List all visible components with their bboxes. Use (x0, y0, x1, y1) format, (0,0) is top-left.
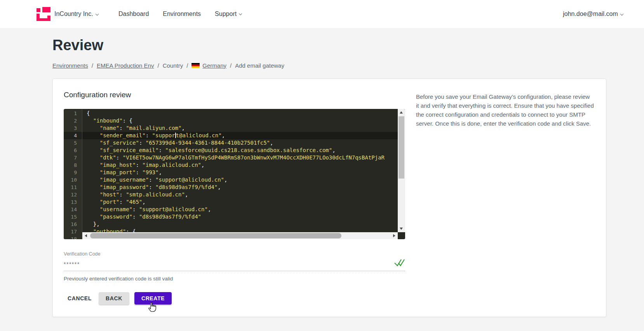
line-number: 9 (64, 169, 82, 176)
double-check-icon (394, 258, 406, 267)
action-buttons: CANCEL BACK CREATE (64, 292, 172, 305)
line-number: 12 (64, 191, 82, 198)
code-line-9[interactable]: 9 "imap_port": "993", (64, 169, 405, 176)
code-content: "sender_email": "support@alicloud.cn", (82, 132, 225, 139)
germany-flag-icon (191, 63, 200, 68)
breadcrumb-item-environments[interactable]: Environments (52, 62, 88, 69)
code-content: "sf_service_email": "salesforce@uuid.cs2… (82, 147, 336, 154)
code-content: "imap_host": "imap.alicloud.cn", (82, 161, 204, 169)
line-number: 13 (64, 198, 82, 206)
nav-item-support[interactable]: Support (215, 11, 242, 18)
breadcrumb-separator: / (186, 62, 188, 69)
nav-item-label: Dashboard (118, 11, 149, 17)
org-name: InCountry Inc. (54, 11, 93, 18)
code-line-12[interactable]: 12 "host": "smtp.alicloud.cn", (64, 191, 405, 198)
card-heading: Configuration review (64, 91, 131, 99)
user-email: john.doe@mail.com (563, 11, 618, 18)
code-line-5[interactable]: 5 "sf_service": "657399d4-9344-4361-8844… (64, 139, 405, 147)
breadcrumb-item-emea-production-env[interactable]: EMEA Production Env (97, 62, 154, 69)
code-content: "imap_username": "support@alicloud.cn", (82, 176, 227, 184)
code-line-10[interactable]: 10 "imap_username": "support@alicloud.cn… (64, 176, 405, 184)
code-line-8[interactable]: 8 "imap_host": "imap.alicloud.cn", (64, 161, 405, 169)
nav-item-label: Environments (163, 11, 201, 17)
code-line-15[interactable]: 15 "password": "d8s98d9as7f9/%fd4" (64, 213, 405, 221)
code-content: "host": "smtp.alicloud.cn", (82, 191, 188, 198)
horizontal-scrollbar-thumb[interactable] (90, 233, 341, 238)
line-number: 6 (64, 147, 82, 154)
breadcrumb-separator: / (92, 62, 93, 69)
line-number: 10 (64, 176, 82, 184)
configuration-review-card: Configuration review 1{2 "inbound": {3 "… (52, 79, 606, 317)
nav-item-environments[interactable]: Environments (163, 11, 201, 18)
code-content: "inbound": { (82, 117, 132, 124)
code-content: "imap_password": "d8s98d9as7f9/%fd4", (82, 184, 221, 191)
verification-helper-text: Previously entered verification code is … (64, 276, 173, 282)
line-number: 4 (64, 132, 82, 139)
scroll-right-icon[interactable] (393, 234, 395, 237)
breadcrumb-item-germany[interactable]: Germany (191, 62, 226, 69)
code-line-13[interactable]: 13 "port": "465", (64, 198, 405, 206)
line-number: 7 (64, 154, 82, 161)
review-instructions: Before you save your Email Gateway’s con… (416, 92, 594, 128)
code-line-2[interactable]: 2 "inbound": { (64, 117, 405, 124)
line-number: 14 (64, 206, 82, 213)
chevron-down-icon (95, 12, 99, 16)
scroll-left-icon[interactable] (85, 234, 87, 237)
line-number: 5 (64, 139, 82, 147)
breadcrumb-label: Country (163, 62, 183, 69)
code-line-3[interactable]: 3 "name": "mail.aliyun.com", (64, 124, 405, 132)
code-content: "port": "465", (82, 198, 146, 206)
breadcrumb-label: EMEA Production Env (97, 62, 154, 69)
line-number: 18 (64, 235, 82, 239)
cancel-button[interactable]: CANCEL (64, 292, 96, 305)
code-content: "imap_port": "993", (82, 169, 162, 176)
breadcrumb-separator: / (157, 62, 159, 69)
code-line-1[interactable]: 1{ (64, 110, 405, 117)
user-menu[interactable]: john.doe@mail.com (563, 0, 623, 28)
main-nav: DashboardEnvironmentsSupport (118, 0, 242, 28)
code-line-16[interactable]: 16 }, (64, 221, 405, 228)
code-content: "name": "mail.aliyun.com", (82, 124, 185, 132)
json-config-editor[interactable]: 1{2 "inbound": {3 "name": "mail.aliyun.c… (64, 109, 405, 239)
line-number: 3 (64, 124, 82, 132)
breadcrumb: Environments/EMEA Production Env/Country… (52, 62, 284, 69)
vertical-scrollbar-thumb[interactable] (399, 116, 404, 179)
nav-item-dashboard[interactable]: Dashboard (118, 11, 149, 18)
code-line-14[interactable]: 14 "username": "support@alicloud.cn", (64, 206, 405, 213)
code-content: "password": "d8s98d9as7f9/%fd4" (82, 213, 201, 221)
breadcrumb-label: Environments (52, 62, 88, 69)
line-number: 17 (64, 228, 82, 235)
org-switcher[interactable]: InCountry Inc. (54, 0, 98, 28)
breadcrumb-separator: / (230, 62, 231, 69)
code-line-4[interactable]: 4 "sender_email": "support@alicloud.cn", (64, 132, 405, 139)
code-lines: 1{2 "inbound": {3 "name": "mail.aliyun.c… (64, 109, 405, 239)
create-button[interactable]: CREATE (134, 292, 172, 305)
line-number: 15 (64, 213, 82, 221)
breadcrumb-label: Add email gateway (235, 62, 284, 69)
back-button[interactable]: BACK (99, 292, 129, 305)
scrollbar-corner (398, 232, 405, 239)
breadcrumb-item-add-email-gateway: Add email gateway (235, 62, 284, 69)
breadcrumb-item-country: Country (163, 62, 183, 69)
vertical-scrollbar[interactable] (398, 109, 405, 232)
code-line-7[interactable]: 7 "dtk": "VI6ET5ow7NAgG6wP7alGTmfHySdP4W… (64, 154, 405, 161)
line-number: 2 (64, 117, 82, 124)
code-line-6[interactable]: 6 "sf_service_email": "salesforce@uuid.c… (64, 147, 405, 154)
nav-item-label: Support (215, 11, 237, 17)
scroll-down-icon[interactable] (400, 228, 403, 230)
code-content: }, (82, 221, 100, 228)
line-number: 8 (64, 161, 82, 169)
breadcrumb-label: Germany (202, 62, 226, 69)
incountry-logo-icon[interactable] (37, 7, 50, 21)
code-content: "dtk": "VI6ET5ow7NAgG6wP7alGTmfHySdP4WBR… (82, 154, 385, 161)
line-number: 1 (64, 110, 82, 117)
chevron-down-icon (239, 12, 242, 16)
horizontal-scrollbar[interactable] (82, 232, 398, 239)
verification-code-input[interactable]: ****** (64, 261, 405, 271)
scroll-up-icon[interactable] (400, 111, 403, 114)
code-line-11[interactable]: 11 "imap_password": "d8s98d9as7f9/%fd4", (64, 184, 405, 191)
chevron-down-icon (620, 12, 624, 16)
line-number: 16 (64, 221, 82, 228)
code-content: { (82, 110, 90, 117)
line-number: 11 (64, 184, 82, 191)
